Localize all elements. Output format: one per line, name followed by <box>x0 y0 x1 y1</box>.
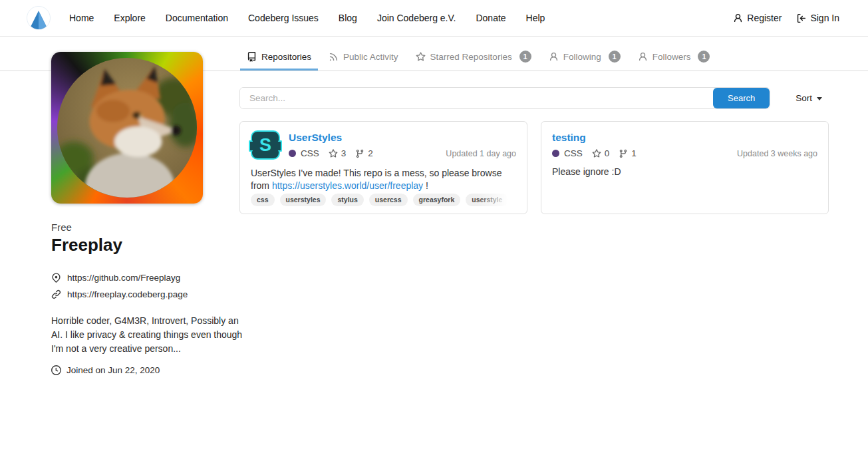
search-input[interactable] <box>240 88 713 108</box>
tab-repositories[interactable]: Repositories <box>240 37 318 71</box>
tab-starred-repositories[interactable]: Starred Repositories 1 <box>409 37 538 71</box>
updated-timestamp: Updated 3 weeks ago <box>737 149 817 158</box>
repo-language: CSS <box>289 148 319 158</box>
search-row: Search Sort <box>239 87 829 109</box>
topics-row: css userstyles stylus usercss greasyfork… <box>251 194 517 206</box>
topic-tag[interactable]: userstyles <box>280 194 327 206</box>
nav-item-blog[interactable]: Blog <box>339 13 357 23</box>
register-link[interactable]: Register <box>733 13 782 23</box>
star-icon <box>329 149 338 158</box>
topic-tag[interactable]: greasyfork <box>413 194 461 206</box>
topic-tag[interactable]: cascading-style-sheets <box>513 194 517 206</box>
git-fork-icon <box>619 149 628 158</box>
nav-item-donate[interactable]: Donate <box>476 13 506 23</box>
repo-language: CSS <box>552 148 583 158</box>
repo-link-testing[interactable]: testing <box>552 132 586 144</box>
topic-tag[interactable]: userstyle <box>466 194 508 206</box>
person-icon <box>733 13 743 23</box>
website-row[interactable]: https://freeplay.codeberg.page <box>51 286 245 303</box>
nav-item-help[interactable]: Help <box>526 13 545 23</box>
repo-icon <box>247 52 257 62</box>
sign-in-link[interactable]: Sign In <box>796 13 839 23</box>
nav-item-explore[interactable]: Explore <box>114 13 145 23</box>
updated-timestamp: Updated 1 day ago <box>446 149 516 158</box>
nav-item-join-codeberg[interactable]: Join Codeberg e.V. <box>377 13 456 23</box>
person-icon <box>638 52 648 62</box>
git-fork-icon <box>355 149 364 158</box>
clock-icon <box>51 365 61 375</box>
fork-count: 2 <box>355 148 373 158</box>
followers-count-badge: 1 <box>698 51 710 63</box>
person-icon <box>549 52 559 62</box>
topic-tag[interactable]: stylus <box>331 194 363 206</box>
fork-count: 1 <box>619 148 637 158</box>
userstyles-repo-avatar: S <box>251 130 280 160</box>
following-count-badge: 1 <box>609 51 621 63</box>
sign-in-icon <box>796 13 806 23</box>
repo-card-userstyles: S UserStyles CSS 3 <box>239 121 527 214</box>
user-bio: Horrible coder, G4M3R, Introvert, Possib… <box>51 314 244 356</box>
star-count: 3 <box>329 148 347 158</box>
top-navbar: Home Explore Documentation Codeberg Issu… <box>0 0 868 37</box>
topic-tag[interactable]: css <box>251 194 275 206</box>
auth-area: Register Sign In <box>733 13 839 23</box>
link-icon <box>51 289 61 299</box>
starred-count-badge: 1 <box>519 51 531 63</box>
tab-public-activity[interactable]: Public Activity <box>322 37 405 71</box>
star-icon <box>416 52 426 62</box>
fox-photo <box>57 58 197 198</box>
username: Freeplay <box>51 235 245 255</box>
display-name: Free <box>51 222 245 233</box>
sort-dropdown[interactable]: Sort <box>796 93 822 103</box>
nav-item-codeberg-issues[interactable]: Codeberg Issues <box>248 13 319 23</box>
profile-sidebar: Free Freeplay https://github.com/Freepla… <box>51 52 245 375</box>
search-button[interactable]: Search <box>713 88 770 108</box>
star-count: 0 <box>592 148 610 158</box>
search-group: Search <box>239 87 770 109</box>
repo-description: UserStyles I've made! This repo is a mes… <box>251 167 516 192</box>
nav-item-home[interactable]: Home <box>69 13 94 23</box>
language-dot-icon <box>289 150 296 157</box>
codeberg-logo[interactable] <box>27 6 51 30</box>
star-icon <box>592 149 601 158</box>
nav-item-documentation[interactable]: Documentation <box>166 13 228 23</box>
user-avatar <box>51 52 203 204</box>
topic-tag[interactable]: usercss <box>369 194 408 206</box>
nav-links: Home Explore Documentation Codeberg Issu… <box>69 13 545 23</box>
chevron-down-icon <box>817 97 822 100</box>
repo-description: Please ignore :D <box>552 166 817 178</box>
tab-following[interactable]: Following 1 <box>542 37 627 71</box>
rss-icon <box>329 52 339 62</box>
tab-followers[interactable]: Followers 1 <box>631 37 717 71</box>
repo-link-userstyles[interactable]: UserStyles <box>289 132 342 144</box>
joined-row: Joined on Jun 22, 2020 <box>51 365 245 375</box>
location-row: https://github.com/Freeplayg <box>51 269 245 286</box>
location-pin-icon <box>51 273 61 283</box>
language-dot-icon <box>552 150 559 157</box>
userstyles-world-link[interactable]: https://userstyles.world/user/freeplay <box>272 180 423 191</box>
repo-card-testing: testing CSS 0 <box>541 121 829 214</box>
